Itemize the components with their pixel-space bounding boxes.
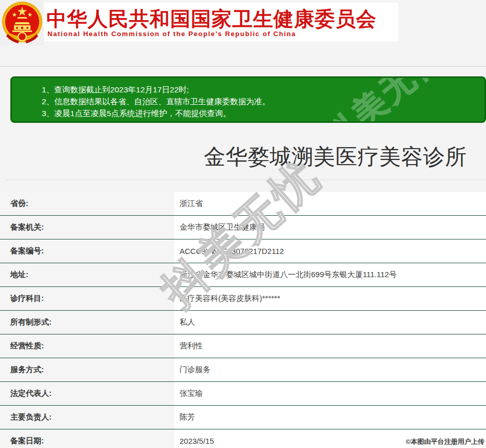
- table-row: 服务方式:门诊服务: [0, 358, 486, 382]
- row-label: 所有制形式:: [0, 311, 174, 334]
- notice-box: 1、查询数据截止到2023年12月17日22时;2、信息数据结果以各省、自治区、…: [10, 76, 486, 123]
- footer-watermark: ©本图由平台注册用户上传: [406, 437, 484, 446]
- national-emblem-icon: [0, 0, 44, 45]
- table-row: 地址:浙江省金华市婺城区城中街道八一北街699号东银大厦111.112号: [0, 263, 486, 287]
- table-row: 所有制形式:私人: [0, 311, 486, 334]
- china-national-emblem-icon: [2, 0, 43, 45]
- notice-item: 1、查询数据截止到2023年12月17日22时;: [42, 84, 479, 95]
- table-row: 法定代表人:张宝瑜: [0, 382, 486, 406]
- row-label: 备案编号:: [0, 239, 174, 263]
- header-divider: [0, 66, 486, 67]
- row-label: 诊疗科目:: [0, 287, 174, 310]
- row-value: 金华市婺城区卫生健康局: [174, 216, 486, 239]
- row-label: 主要负责人:: [0, 406, 174, 429]
- row-label: 备案日期:: [0, 429, 174, 448]
- table-row: 省份:浙江省: [0, 192, 486, 216]
- row-value: 浙江省金华市婺城区城中街道八一北街699号东银大厦111.112号: [174, 263, 486, 286]
- row-value: 陈芳: [174, 406, 486, 429]
- row-value: ACCC9YW8F33070217D2112: [174, 239, 486, 263]
- row-label: 服务方式:: [0, 358, 174, 381]
- row-value: 医疗美容科(美容皮肤科)******: [174, 287, 486, 310]
- row-label: 备案机关:: [0, 216, 174, 239]
- record-title: 金华婺城溯美医疗美容诊所: [204, 142, 467, 171]
- notice-item: 2、信息数据结果以各省、自治区、直辖市卫生健康委数据为准。: [42, 95, 479, 107]
- table-row: 经营性质:营利性: [0, 334, 486, 358]
- table-row: 备案机关:金华市婺城区卫生健康局: [0, 216, 486, 239]
- notice-lines: 1、查询数据截止到2023年12月17日22时;2、信息数据结果以各省、自治区、…: [42, 84, 479, 119]
- row-label: 地址:: [0, 263, 174, 286]
- notice-item: 3、凌晨1点至凌晨5点系统进行维护，不能提供查询。: [42, 107, 479, 119]
- row-label: 省份:: [0, 192, 174, 215]
- row-value: 私人: [174, 311, 486, 334]
- table-row: 诊疗科目:医疗美容科(美容皮肤科)******: [0, 287, 486, 311]
- record-table: 省份:浙江省备案机关:金华市婺城区卫生健康局备案编号:ACCC9YW8F3307…: [0, 192, 486, 448]
- row-value: 浙江省: [174, 192, 486, 215]
- row-value: 营利性: [174, 334, 486, 358]
- header-subtitle: National Health Commission of the People…: [47, 30, 296, 38]
- table-row: 备案编号:ACCC9YW8F33070217D2112: [0, 239, 486, 263]
- table-top-line: [6, 180, 486, 180]
- row-value: 门诊服务: [174, 358, 486, 381]
- row-label: 法定代表人:: [0, 382, 174, 405]
- row-value: 张宝瑜: [174, 382, 486, 405]
- header-title: 中华人民共和国国家卫生健康委员会: [46, 5, 377, 33]
- row-label: 经营性质:: [0, 334, 174, 358]
- table-row: 主要负责人:陈芳: [0, 406, 486, 429]
